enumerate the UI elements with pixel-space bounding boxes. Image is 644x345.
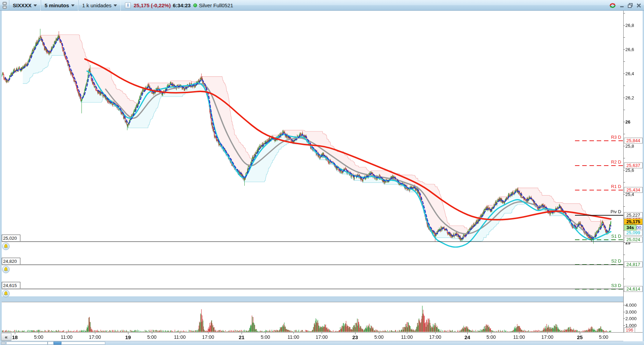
alert-price-label[interactable]: 24,615 (2, 282, 20, 288)
pivot-level-name: S3 D (576, 283, 621, 288)
pivot-level-name: R1 D (576, 184, 621, 189)
pivot-level-name: S2 D (576, 258, 621, 264)
time-axis-label: 11:00 (61, 334, 72, 340)
time-axis-label: 11:00 (401, 334, 413, 340)
alert-line (2, 265, 623, 265)
pivot-level-line-r2d (575, 165, 623, 166)
time-axis-label: 17:00 (429, 334, 441, 340)
price-tick-label: 26,2 (625, 95, 634, 100)
pivot-level-name: R2 D (576, 159, 621, 165)
time-axis-label: 17:00 (315, 334, 328, 340)
alert-line (2, 241, 623, 242)
price-tick-label: 25,8 (625, 144, 634, 149)
time-axis-label: 5:00 (599, 334, 608, 340)
prorealtime-window: SIXXXX 5 minutos 1 k unidades i 25,175 (… (0, 0, 644, 345)
scrollbar-divider (47, 342, 48, 345)
scrollbar-thumb[interactable] (53, 342, 61, 345)
pivot-value-box: 24,614 (624, 286, 643, 292)
volume-tick-label: 4.000 (625, 303, 637, 308)
volume-current-box: 196 (624, 327, 635, 333)
alert-bell-icon[interactable] (2, 266, 10, 273)
price-tick-label: 26 (625, 119, 630, 125)
time-axis-label: 5:00 (374, 334, 383, 340)
time-axis-label: 19 (125, 334, 131, 340)
price-tick-label: 25,6 (625, 168, 634, 173)
bar-countdown-box: 34s (624, 225, 636, 230)
scrollbar-corner (1, 342, 6, 345)
pivot-value-box: 25,024 (624, 237, 643, 243)
time-axis-label: 17:00 (202, 334, 214, 340)
time-axis-label: 5:00 (34, 334, 43, 340)
volume-tick-label: 2.000 (625, 316, 637, 321)
pivot-value-box: 25,434 (624, 187, 643, 193)
price-tick-label: 26,8 (625, 23, 634, 28)
time-axis-label: 23 (352, 334, 358, 340)
price-tick-label: 26,6 (625, 47, 634, 52)
time-axis-label: 17:00 (541, 334, 553, 340)
volume-tick-label: 3.000 (625, 309, 637, 315)
time-axis-label: 5:00 (261, 334, 270, 340)
scroll-back-button[interactable]: « (1, 333, 11, 341)
pivot-value-box: 25,637 (624, 162, 643, 168)
pivot-value-box: 25,227 (624, 212, 643, 218)
pivot-value-box: 25,844 (624, 138, 643, 144)
time-axis-label: 25 (577, 334, 583, 340)
time-axis-label: 18 (12, 334, 18, 340)
alert-line (2, 289, 623, 289)
time-axis-label: 11:00 (513, 334, 525, 340)
pivot-level-line-r1d (575, 190, 623, 190)
time-axis-label: 24 (465, 334, 470, 340)
price-tick-label: 26,4 (625, 71, 634, 76)
alert-bell-icon[interactable] (2, 290, 10, 297)
time-axis-label: 21 (239, 334, 245, 340)
price-chart-canvas[interactable] (0, 0, 644, 345)
time-axis-label: 5:00 (147, 334, 156, 340)
cyan-ma-value-box: 25,099 (624, 230, 643, 236)
pivot-level-name: Piv D (576, 209, 621, 214)
pivot-level-line-s1d (575, 239, 623, 240)
time-axis-label: 11:00 (174, 334, 186, 340)
pivot-level-line-r3d (575, 140, 623, 141)
time-axis-label: 17:00 (89, 334, 101, 340)
pivot-level-name: R3 D (576, 135, 621, 140)
time-axis-label: 11:00 (287, 334, 299, 340)
last-price-box: 25,175 (624, 219, 643, 225)
alert-price-label[interactable]: 24,820 (2, 258, 20, 264)
pivot-level-line-pivd (575, 215, 623, 216)
pivot-value-box: 24,817 (624, 262, 643, 267)
alert-bell-icon[interactable] (2, 243, 10, 250)
time-axis-label: 5:00 (486, 334, 496, 340)
alert-price-label[interactable]: 25,020 (2, 235, 20, 241)
pivot-level-name: S1 D (576, 234, 621, 239)
